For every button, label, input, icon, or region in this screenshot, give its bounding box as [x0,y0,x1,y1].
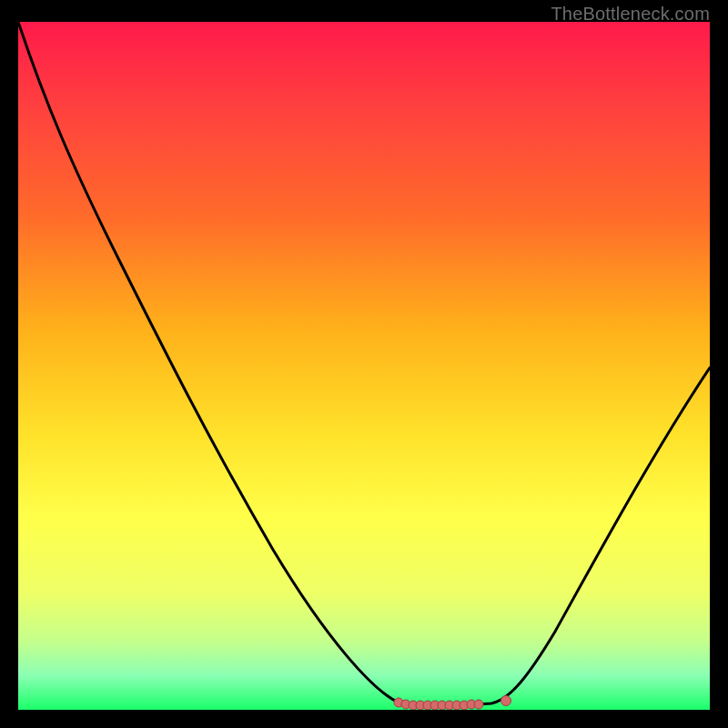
plot-gradient-area [18,22,710,710]
min-plateau-end-dot [501,696,511,706]
min-plateau-cluster [394,698,483,710]
chart-frame: TheBottleneck.com [0,0,728,728]
svg-point-11 [474,700,483,709]
bottleneck-curve-path [18,22,710,705]
bottleneck-curve-svg [18,22,710,710]
